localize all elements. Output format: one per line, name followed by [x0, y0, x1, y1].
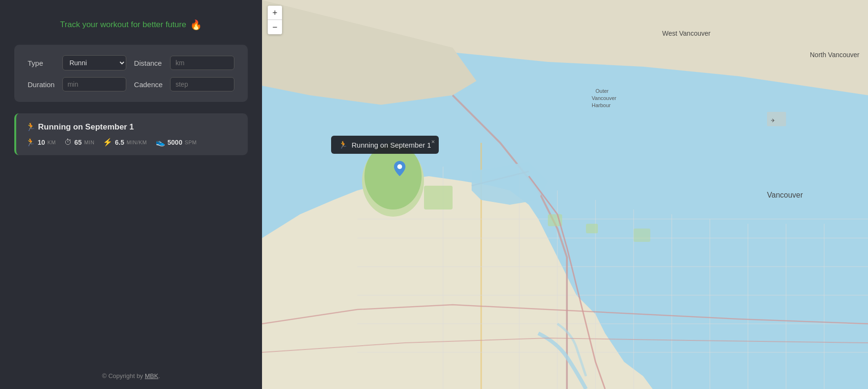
map-marker[interactable] [394, 161, 405, 176]
left-panel: Track your workout for better future 🔥 T… [0, 0, 262, 389]
svg-text:Harbour: Harbour [592, 102, 611, 108]
duration-value: 65 [74, 139, 82, 146]
svg-text:Outer: Outer [595, 88, 609, 94]
svg-text:Vancouver: Vancouver [592, 95, 616, 101]
pace-unit: MIN/KM [127, 140, 147, 145]
type-label: Type [28, 59, 55, 67]
map-panel[interactable]: West Vancouver North Vancouver Vancouver… [262, 0, 868, 389]
zoom-out-button[interactable]: − [268, 20, 282, 34]
pace-value: 6.5 [115, 139, 124, 146]
footer: © Copyright by MBK. [102, 372, 160, 379]
map-background: West Vancouver North Vancouver Vancouver… [262, 0, 868, 389]
svg-rect-34 [634, 229, 650, 242]
svg-rect-23 [424, 186, 453, 209]
tooltip-close-button[interactable]: × [431, 139, 435, 145]
tooltip-title: Running on September 1 [352, 141, 431, 149]
copyright-suffix: . [158, 372, 160, 379]
cadence-icon: 👟 [156, 138, 165, 147]
duration-stat: ⏱ 65 MIN [64, 138, 94, 147]
svg-text:West Vancouver: West Vancouver [662, 30, 711, 37]
distance-stat: 🏃 10 KM [26, 138, 56, 147]
svg-point-37 [397, 164, 402, 169]
workout-stats: 🏃 10 KM ⏱ 65 MIN ⚡ 6.5 MIN/KM 👟 5000 SPM [26, 138, 238, 147]
zoom-in-button[interactable]: + [268, 6, 282, 20]
svg-text:North Vancouver: North Vancouver [810, 51, 859, 59]
workout-title-text: Running on September 1 [38, 122, 134, 131]
tagline-emoji: 🔥 [190, 19, 202, 30]
svg-text:✈: ✈ [771, 118, 775, 123]
pace-stat: ⚡ 6.5 MIN/KM [103, 138, 147, 147]
workout-emoji: 🏃 [26, 122, 36, 131]
tagline-text: Track your workout for better future [60, 20, 186, 30]
duration-input[interactable] [62, 77, 127, 91]
cadence-stat: 👟 5000 SPM [156, 138, 197, 147]
map-tooltip: 🏃 Running on September 1 × [331, 136, 439, 154]
distance-input[interactable] [170, 56, 234, 70]
map-zoom-controls: + − [268, 6, 282, 34]
workout-card[interactable]: 🏃 Running on September 1 🏃 10 KM ⏱ 65 MI… [14, 113, 248, 155]
duration-unit: MIN [84, 140, 95, 145]
svg-text:Vancouver: Vancouver [767, 191, 803, 199]
tagline: Track your workout for better future 🔥 [60, 19, 202, 30]
copyright-text: © Copyright by [102, 372, 145, 379]
duration-icon: ⏱ [64, 138, 72, 147]
cadence-value: 5000 [168, 139, 182, 146]
type-select[interactable]: RunniCycliSwimmWalki [62, 55, 127, 70]
cadence-label: Cadence [134, 80, 162, 89]
cadence-input[interactable] [170, 77, 234, 91]
duration-label: Duration [28, 80, 55, 89]
distance-icon: 🏃 [26, 138, 35, 147]
distance-value: 10 [38, 139, 45, 146]
distance-unit: KM [48, 140, 56, 145]
cadence-unit: SPM [185, 140, 197, 145]
copyright-link[interactable]: MBK [145, 372, 158, 379]
workout-title: 🏃 Running on September 1 [26, 122, 238, 132]
svg-rect-33 [586, 224, 598, 233]
distance-label: Distance [134, 59, 162, 67]
svg-rect-35 [767, 112, 786, 126]
pace-icon: ⚡ [103, 138, 112, 147]
filter-box: Type RunniCycliSwimmWalki Distance Durat… [14, 45, 248, 102]
tooltip-emoji: 🏃 [339, 140, 348, 149]
